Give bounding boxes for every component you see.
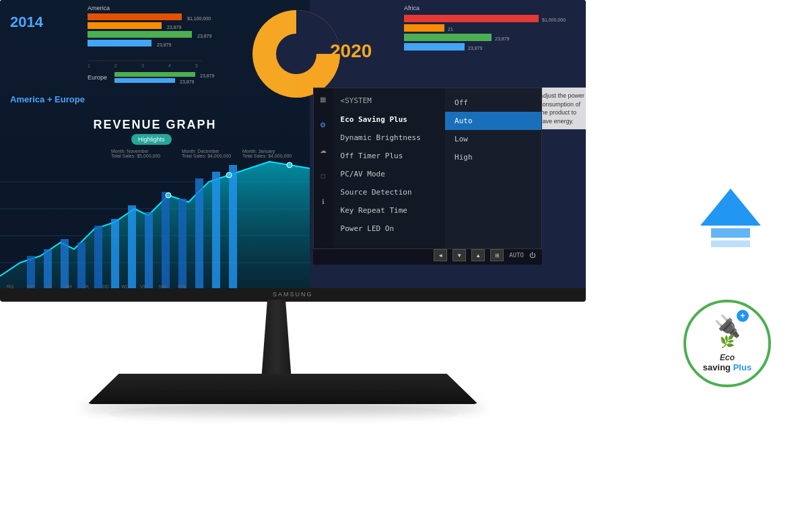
right-panel: 🔌 + 🌿 Eco saving Plus [593,0,808,532]
svg-rect-16 [229,165,237,290]
menu-icon-sidebar: ▦ ⚙ ☁ □ ℹ [314,88,333,248]
svg-text:4: 4 [168,63,171,68]
option-high[interactable]: High [445,148,541,166]
menu-item-dynamic-brightness[interactable]: Dynamic Brightness [333,129,446,147]
svg-text:1: 1 [88,63,90,68]
svg-text:21: 21 [448,27,453,32]
nav-btn-enter[interactable]: ⊞ [490,249,504,261]
up-arrow-container [700,189,761,247]
svg-point-28 [226,172,232,178]
menu-icon-settings[interactable]: ⚙ [318,119,329,130]
monitor-stand-base [88,374,478,404]
svg-text:23,879: 23,879 [197,34,212,38]
description-text: Adjust the power consumption of the prod… [539,92,584,125]
line-chart-svg: RG OP FP GH JK DD WC V9 NM QW [0,155,310,290]
svg-text:Europe: Europe [88,74,107,81]
option-low[interactable]: Low [445,130,541,148]
svg-rect-12 [162,192,170,290]
svg-text:America: America [88,5,110,11]
svg-point-29 [287,162,292,168]
svg-rect-13 [178,199,187,290]
system-menu: ▦ ⚙ ☁ □ ℹ <SYSTEM Eco Saving Plus Dynami… [313,88,542,249]
menu-item-key-repeat[interactable]: Key Repeat Time [333,201,446,220]
nav-btn-left[interactable]: ◄ [434,249,447,261]
menu-options-panel: Off Auto Low High [445,88,541,248]
power-btn[interactable]: ⏻ [529,252,535,259]
description-box: Adjust the power consumption of the prod… [535,88,586,129]
svg-rect-53 [404,15,539,22]
plus-badge: + [737,310,749,322]
menu-item-power-led[interactable]: Power LED On [333,220,446,238]
menu-icon-info[interactable]: ℹ [318,196,329,207]
svg-rect-46 [114,72,195,77]
svg-text:23,879: 23,879 [157,42,172,47]
menu-item-eco-saving[interactable]: Eco Saving Plus [333,110,446,129]
svg-text:23,879: 23,879 [495,36,510,41]
arrow-bar-1 [711,228,750,238]
arrow-bar-2 [711,240,750,247]
monitor-display: 2014 America + Europe REVENUE GRAPH Mont… [0,0,593,532]
nav-btn-down[interactable]: ▼ [452,249,466,261]
highlights-button[interactable]: Highlights [131,134,172,145]
svg-text:23,879: 23,879 [200,73,215,78]
svg-text:$1,000,000: $1,000,000 [542,18,566,22]
svg-rect-34 [88,40,152,46]
svg-text:3: 3 [141,63,144,68]
svg-rect-8 [94,226,102,290]
svg-rect-54 [404,24,444,32]
region-label-left: America + Europe [10,94,85,104]
svg-rect-7 [77,242,86,290]
option-auto[interactable]: Auto [445,112,541,130]
svg-rect-14 [195,178,203,290]
menu-item-off-timer[interactable]: Off Timer Plus [333,147,446,165]
svg-point-51 [276,34,316,74]
menu-title: <SYSTEM [333,94,446,110]
menu-icon-picture[interactable]: ☁ [318,145,329,156]
svg-rect-31 [88,13,182,20]
menu-items-list: <SYSTEM Eco Saving Plus Dynamic Brightne… [333,88,446,248]
svg-rect-10 [128,205,136,290]
revenue-graph-title: REVENUE GRAPH [0,104,310,132]
svg-rect-15 [212,172,220,290]
eco-plus-label: Plus [733,362,751,372]
arrow-up-shape [700,189,761,226]
svg-rect-33 [88,31,192,38]
eco-label-saving: saving Plus [703,362,751,372]
eco-label-eco: Eco [703,353,751,362]
svg-rect-9 [111,219,119,290]
menu-icon-display[interactable]: ▦ [318,94,329,104]
eco-circle: 🔌 + 🌿 Eco saving Plus [683,300,771,387]
eco-saving-logo: 🔌 + 🌿 Eco saving Plus [680,296,774,391]
samsung-logo: SAMSUNG [273,291,313,298]
svg-text:23,879: 23,879 [468,46,483,51]
svg-text:Africa: Africa [404,5,419,11]
svg-text:2: 2 [114,63,117,68]
auto-label: AUTO [509,252,524,259]
monitor-stand-neck [261,300,292,380]
option-off[interactable]: Off [445,94,541,112]
year-label-2020: 2020 [330,40,372,62]
leaf-icon: 🌿 [720,334,735,349]
svg-text:5: 5 [195,63,198,68]
stand-reflection [108,404,458,424]
eco-text-container: Eco saving Plus [703,353,751,372]
menu-item-source-detection[interactable]: Source Detection [333,183,446,201]
svg-rect-6 [61,239,69,290]
monitor-screen: 2014 America + Europe REVENUE GRAPH Mont… [0,0,586,290]
svg-text:23,879: 23,879 [167,25,182,30]
svg-rect-56 [404,43,465,51]
svg-rect-32 [88,22,162,29]
menu-icon-system[interactable]: □ [318,170,329,181]
svg-rect-11 [145,212,153,290]
svg-rect-5 [44,249,52,290]
svg-text:23,879: 23,879 [180,79,195,84]
menu-item-pcav-mode[interactable]: PC/AV Mode [333,165,446,183]
svg-rect-47 [114,78,175,83]
svg-rect-55 [404,34,492,41]
svg-point-27 [166,193,171,198]
svg-text:$1,100,000: $1,100,000 [187,16,211,21]
nav-btn-up[interactable]: ▲ [471,249,485,261]
